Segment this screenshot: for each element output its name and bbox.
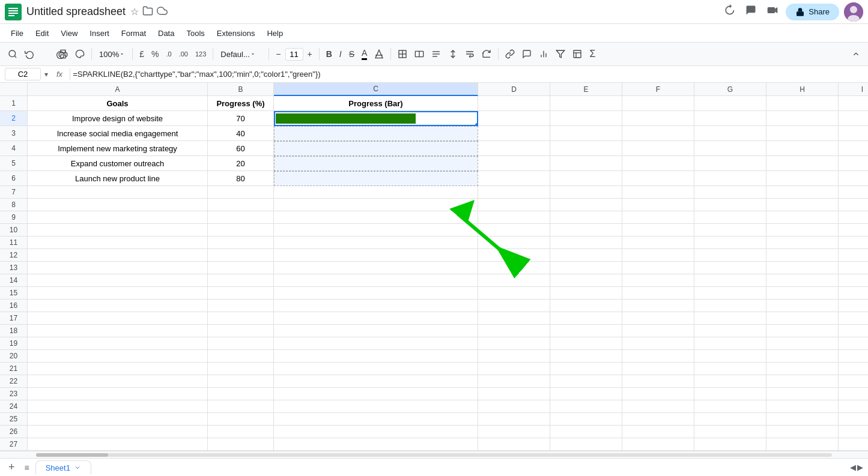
cell-h8[interactable] <box>766 199 839 211</box>
cell-c6[interactable] <box>274 171 478 186</box>
cell-d10[interactable] <box>478 224 550 236</box>
italic-button[interactable]: I <box>336 47 345 61</box>
cell-a12[interactable] <box>28 249 208 262</box>
borders-button[interactable] <box>395 47 410 61</box>
cell-b14[interactable] <box>208 274 274 287</box>
row-num-9[interactable]: 9 <box>0 211 28 224</box>
cell-g4[interactable] <box>694 141 766 156</box>
percent-button[interactable]: % <box>148 47 162 61</box>
cell-h13[interactable] <box>766 262 839 274</box>
horizontal-scrollbar[interactable] <box>0 451 868 458</box>
row-num-8[interactable]: 8 <box>0 199 28 211</box>
valign-button[interactable] <box>445 47 461 61</box>
cell-d13[interactable] <box>478 262 550 274</box>
cell-g18[interactable] <box>694 325 766 337</box>
filter-button[interactable] <box>553 47 568 61</box>
cell-f8[interactable] <box>622 199 694 211</box>
cell-g13[interactable] <box>694 262 766 274</box>
paint-format-button[interactable] <box>72 47 88 61</box>
cell-e21[interactable] <box>550 363 622 375</box>
cell-e27[interactable] <box>550 438 622 451</box>
cell-g9[interactable] <box>694 211 766 224</box>
cell-i8[interactable] <box>839 199 868 211</box>
cell-g3[interactable] <box>694 126 766 141</box>
cell-a25[interactable] <box>28 413 208 426</box>
cell-c21[interactable] <box>274 363 478 375</box>
cell-b9[interactable] <box>208 211 274 224</box>
cell-a8[interactable] <box>28 199 208 211</box>
sheets-menu-button[interactable]: ≡ <box>21 462 33 474</box>
cell-g1[interactable] <box>694 96 766 111</box>
cell-c17[interactable] <box>274 312 478 325</box>
menu-file[interactable]: File <box>5 26 29 40</box>
cell-d23[interactable] <box>478 388 550 400</box>
cell-h14[interactable] <box>766 274 839 287</box>
cell-h27[interactable] <box>766 438 839 451</box>
cell-a23[interactable] <box>28 388 208 400</box>
cell-h2[interactable] <box>766 111 839 126</box>
cell-c4[interactable] <box>274 141 478 156</box>
cell-c13[interactable] <box>274 262 478 274</box>
cell-e13[interactable] <box>550 262 622 274</box>
cell-a3[interactable]: Increase social media engagement <box>28 126 208 141</box>
scroll-left-button[interactable]: ◀ <box>850 463 856 472</box>
cell-h18[interactable] <box>766 325 839 337</box>
cell-b18[interactable] <box>208 325 274 337</box>
cell-h25[interactable] <box>766 413 839 426</box>
cell-b3[interactable]: 40 <box>208 126 274 141</box>
cell-i4[interactable] <box>839 141 868 156</box>
cell-b19[interactable] <box>208 337 274 350</box>
cell-h7[interactable] <box>766 186 839 199</box>
fill-handle[interactable] <box>475 123 478 126</box>
menu-data[interactable]: Data <box>152 26 180 40</box>
cell-c2[interactable] <box>274 111 478 126</box>
row-num-3[interactable]: 3 <box>0 126 28 141</box>
menu-format[interactable]: Format <box>115 26 152 40</box>
cell-h21[interactable] <box>766 363 839 375</box>
cell-e3[interactable] <box>550 126 622 141</box>
cell-a18[interactable] <box>28 325 208 337</box>
row-num-19[interactable]: 19 <box>0 337 28 350</box>
cell-i19[interactable] <box>839 337 868 350</box>
menu-extensions[interactable]: Extensions <box>211 26 261 40</box>
cell-h9[interactable] <box>766 211 839 224</box>
cell-b15[interactable] <box>208 287 274 300</box>
cell-h5[interactable] <box>766 156 839 171</box>
redo-button[interactable] <box>38 47 54 61</box>
cell-d3[interactable] <box>478 126 550 141</box>
row-num-4[interactable]: 4 <box>0 141 28 156</box>
cell-i17[interactable] <box>839 312 868 325</box>
cell-h17[interactable] <box>766 312 839 325</box>
cell-g8[interactable] <box>694 199 766 211</box>
row-num-10[interactable]: 10 <box>0 224 28 236</box>
text-wrap-button[interactable] <box>462 47 478 61</box>
cell-c18[interactable] <box>274 325 478 337</box>
cell-g2[interactable] <box>694 111 766 126</box>
cell-b6[interactable]: 80 <box>208 171 274 186</box>
cell-h10[interactable] <box>766 224 839 236</box>
add-sheet-button[interactable]: + <box>5 460 19 475</box>
cell-b25[interactable] <box>208 413 274 426</box>
cell-i24[interactable] <box>839 400 868 413</box>
zoom-dropdown[interactable]: 100% <box>96 48 129 61</box>
scroll-right-button[interactable]: ▶ <box>857 463 863 472</box>
cell-h6[interactable] <box>766 171 839 186</box>
cell-e7[interactable] <box>550 186 622 199</box>
cell-c20[interactable] <box>274 350 478 363</box>
cell-a16[interactable] <box>28 300 208 312</box>
cell-e1[interactable] <box>550 96 622 111</box>
cell-g7[interactable] <box>694 186 766 199</box>
cell-h15[interactable] <box>766 287 839 300</box>
row-num-22[interactable]: 22 <box>0 375 28 388</box>
cell-i12[interactable] <box>839 249 868 262</box>
text-rotate-button[interactable] <box>479 47 494 61</box>
row-num-7[interactable]: 7 <box>0 186 28 199</box>
cell-f25[interactable] <box>622 413 694 426</box>
cell-e26[interactable] <box>550 426 622 438</box>
scrollbar-track[interactable] <box>36 453 832 457</box>
row-num-25[interactable]: 25 <box>0 413 28 426</box>
cell-a10[interactable] <box>28 224 208 236</box>
cell-h24[interactable] <box>766 400 839 413</box>
cell-d2[interactable] <box>478 111 550 126</box>
menu-tools[interactable]: Tools <box>180 26 210 40</box>
